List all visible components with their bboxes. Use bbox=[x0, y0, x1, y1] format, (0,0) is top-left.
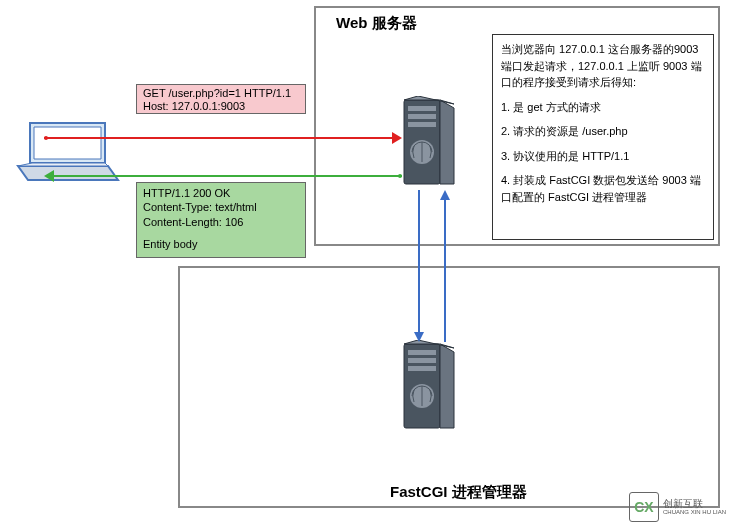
watermark: CX 创新互联 CHUANG XIN HU LIAN bbox=[629, 492, 726, 522]
web-server-icon bbox=[400, 96, 458, 188]
desc-p3: 3. 协议使用的是 HTTP/1.1 bbox=[501, 148, 705, 165]
web-server-box: Web 服务器 当浏览器向 127.0.0.1 这台服务器的9003端口发起请求… bbox=[314, 6, 720, 246]
laptop-icon bbox=[10, 118, 120, 188]
svg-marker-5 bbox=[34, 127, 101, 159]
fastcgi-server-icon bbox=[400, 340, 458, 432]
desc-intro: 当浏览器向 127.0.0.1 这台服务器的9003端口发起请求，127.0.0… bbox=[501, 41, 705, 91]
web-server-title: Web 服务器 bbox=[336, 14, 417, 33]
request-line-1: GET /user.php?id=1 HTTP/1.1 bbox=[143, 87, 299, 100]
svg-marker-16 bbox=[440, 344, 454, 428]
watermark-line-2: CHUANG XIN HU LIAN bbox=[663, 509, 726, 516]
http-request-box: GET /user.php?id=1 HTTP/1.1 Host: 127.0.… bbox=[136, 84, 306, 114]
web-server-description: 当浏览器向 127.0.0.1 这台服务器的9003端口发起请求，127.0.0… bbox=[492, 34, 714, 240]
svg-rect-18 bbox=[408, 350, 436, 355]
svg-rect-13 bbox=[408, 122, 436, 127]
fastcgi-title: FastCGI 进程管理器 bbox=[390, 483, 527, 502]
desc-p4: 4. 封装成 FastCGI 数据包发送给 9003 端口配置的 FastCGI… bbox=[501, 172, 705, 205]
http-response-box: HTTP/1.1 200 OK Content-Type: text/html … bbox=[136, 182, 306, 258]
response-line-2: Content-Type: text/html bbox=[143, 200, 299, 214]
desc-p2: 2. 请求的资源是 /user.php bbox=[501, 123, 705, 140]
svg-rect-11 bbox=[408, 106, 436, 111]
svg-marker-6 bbox=[18, 166, 118, 180]
svg-rect-20 bbox=[408, 366, 436, 371]
svg-rect-19 bbox=[408, 358, 436, 363]
watermark-logo-icon: CX bbox=[629, 492, 659, 522]
request-line-2: Host: 127.0.0.1:9003 bbox=[143, 100, 299, 113]
watermark-text: 创新互联 CHUANG XIN HU LIAN bbox=[663, 498, 726, 516]
svg-rect-12 bbox=[408, 114, 436, 119]
svg-marker-9 bbox=[440, 100, 454, 184]
response-line-1: HTTP/1.1 200 OK bbox=[143, 186, 299, 200]
response-body: Entity body bbox=[143, 237, 299, 251]
desc-p1: 1. 是 get 方式的请求 bbox=[501, 99, 705, 116]
svg-marker-7 bbox=[18, 163, 108, 166]
response-line-3: Content-Length: 106 bbox=[143, 215, 299, 229]
watermark-line-1: 创新互联 bbox=[663, 498, 726, 509]
